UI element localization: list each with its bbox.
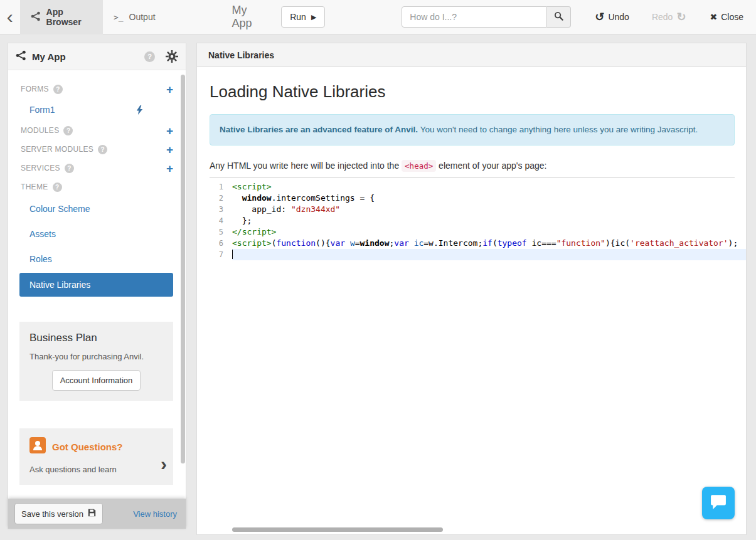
view-history-link[interactable]: View history <box>133 509 177 519</box>
run-button[interactable]: Run ▶ <box>281 6 325 28</box>
section-forms: FORMS ? + <box>8 80 186 98</box>
text-cursor <box>232 250 233 259</box>
redo-button[interactable]: Redo ↻ <box>648 11 690 23</box>
plan-title: Business Plan <box>29 332 163 344</box>
code-line[interactable] <box>232 249 746 260</box>
app-icon <box>16 50 26 63</box>
app-title: My App <box>232 4 265 30</box>
search-button[interactable] <box>547 6 571 28</box>
tab-app-browser-label: App Browser <box>46 7 92 27</box>
topbar: ‹ App Browser >_ Output My App Run ▶ <box>0 0 756 34</box>
questions-title: Got Questions? <box>52 442 123 452</box>
terminal-icon: >_ <box>114 13 124 22</box>
section-services: SERVICES ? + <box>8 159 186 177</box>
add-module-button[interactable]: + <box>166 125 173 137</box>
section-services-label: SERVICES <box>21 164 60 172</box>
intro-before: Any HTML you write here will be injected… <box>210 161 402 171</box>
sidebar-header: My App ? <box>8 43 186 70</box>
help-icon[interactable]: ? <box>53 183 62 192</box>
code-line[interactable]: }; <box>232 215 746 226</box>
roles-label: Roles <box>29 254 52 264</box>
undo-label: Undo <box>608 12 629 22</box>
form1-label: Form1 <box>29 105 55 115</box>
chat-button[interactable] <box>702 487 735 519</box>
run-label: Run <box>290 12 306 22</box>
help-icon[interactable]: ? <box>65 164 74 173</box>
add-service-button[interactable]: + <box>166 162 173 174</box>
section-forms-label: FORMS <box>21 85 49 93</box>
main-panel: Native Libraries Loading Native Librarie… <box>196 43 747 535</box>
head-tag-code: <head> <box>402 160 436 172</box>
sidebar-item-roles[interactable]: Roles <box>8 246 186 272</box>
tab-app-browser[interactable]: App Browser <box>20 0 103 34</box>
search-input[interactable] <box>402 6 547 28</box>
horizontal-scrollbar[interactable] <box>232 527 443 532</box>
sidebar-item-assets[interactable]: Assets <box>8 221 186 246</box>
redo-label: Redo <box>652 12 673 22</box>
code-line[interactable]: app_id: "dzn344xd" <box>232 204 746 215</box>
help-icon[interactable]: ? <box>53 85 63 94</box>
questions-message: Ask questions and learn <box>29 465 163 474</box>
help-icon[interactable]: ? <box>144 51 155 62</box>
chat-bubble-icon <box>710 494 727 512</box>
editor-lines[interactable]: <script> window.intercomSettings = { app… <box>228 181 746 260</box>
main-header-title: Native Libraries <box>208 50 274 60</box>
sidebar-item-native-libraries[interactable]: Native Libraries <box>19 273 173 297</box>
plan-box: Business Plan Thank-you for purchasing A… <box>19 322 173 401</box>
section-modules-label: MODULES <box>21 126 59 135</box>
code-line[interactable]: </script> <box>232 226 746 238</box>
undo-icon: ↺ <box>595 11 604 23</box>
section-modules: MODULES ? + <box>8 121 186 140</box>
sidebar-item-colour-scheme[interactable]: Colour Scheme <box>8 196 186 221</box>
sidebar: My App ? FORMS ? + Form1 <box>8 43 186 529</box>
help-icon[interactable]: ? <box>63 126 73 135</box>
code-editor[interactable]: 1234567 <script> window.intercomSettings… <box>210 177 746 260</box>
close-button[interactable]: ✖ Close <box>706 11 747 23</box>
save-icon <box>88 509 96 519</box>
add-server-module-button[interactable]: + <box>166 144 173 156</box>
undo-button[interactable]: ↺ Undo <box>591 11 633 23</box>
code-line[interactable]: window.intercomSettings = { <box>232 193 746 204</box>
intro-text: Any HTML you write here will be injected… <box>210 161 735 171</box>
tab-output-label: Output <box>129 12 156 22</box>
plan-message: Thank-you for purchasing Anvil. <box>29 352 163 361</box>
tab-output[interactable]: >_ Output <box>103 0 166 34</box>
save-version-label: Save this version <box>21 509 83 519</box>
app-browser-icon <box>31 11 41 23</box>
questions-header: Got Questions? <box>29 437 163 456</box>
info-alert-bold: Native Libraries are an advanced feature… <box>220 125 418 134</box>
search-group <box>402 6 571 28</box>
sidebar-body: FORMS ? + Form1 MODULES ? + SERVER MODUL… <box>8 71 186 499</box>
section-server-modules: SERVER MODULES ? + <box>8 140 186 159</box>
sidebar-scrollbar[interactable] <box>181 75 185 463</box>
back-button[interactable]: ‹ <box>0 0 20 34</box>
add-form-button[interactable]: + <box>166 83 173 95</box>
info-alert-text: You won't need to change anything here u… <box>418 125 698 134</box>
intro-after: element of your app's page: <box>436 161 546 171</box>
code-line[interactable]: <script>(function(){var w=window;var ic=… <box>232 238 746 249</box>
code-line[interactable]: <script> <box>232 181 746 193</box>
native-libraries-label: Native Libraries <box>29 280 90 290</box>
person-icon <box>29 437 46 456</box>
save-version-button[interactable]: Save this version <box>14 503 103 524</box>
section-theme-label: THEME <box>21 183 48 191</box>
sidebar-title: My App <box>32 51 66 62</box>
page-title: Loading Native Libraries <box>210 82 735 102</box>
info-alert: Native Libraries are an advanced feature… <box>210 114 735 146</box>
section-theme: THEME ? <box>8 177 186 196</box>
chevron-right-icon: › <box>161 455 167 474</box>
close-icon: ✖ <box>710 12 717 22</box>
editor-gutter: 1234567 <box>210 181 228 260</box>
close-label: Close <box>721 12 743 22</box>
startup-form-bolt-icon <box>136 105 143 115</box>
help-icon[interactable]: ? <box>98 145 107 154</box>
questions-box[interactable]: Got Questions? Ask questions and learn › <box>19 428 173 485</box>
sidebar-item-form1[interactable]: Form1 <box>8 98 186 121</box>
section-server-modules-label: SERVER MODULES <box>21 145 93 154</box>
sidebar-footer: Save this version View history <box>8 499 186 529</box>
play-icon: ▶ <box>311 13 316 21</box>
account-information-button[interactable]: Account Information <box>52 370 141 391</box>
search-icon <box>554 11 563 23</box>
redo-icon: ↻ <box>676 11 686 23</box>
gear-icon[interactable] <box>166 50 178 63</box>
